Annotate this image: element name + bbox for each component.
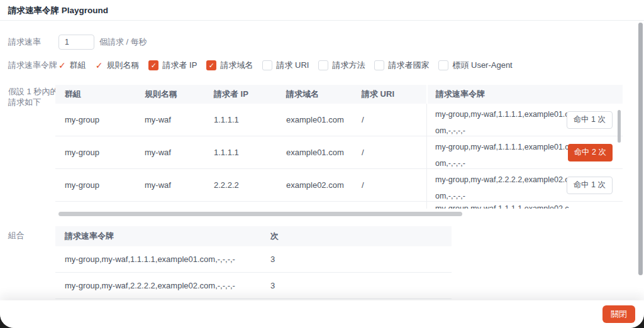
table-row: my-group,my-waf,2.2.2.2,example02.com,-,… xyxy=(55,273,452,299)
table-row: my-group,my-waf,1.1.1.1,example01.com,-,… xyxy=(55,246,452,273)
cell-rule: my-waf xyxy=(145,148,214,157)
page-title: 請求速率令牌 Playground xyxy=(8,0,108,21)
token-options-group: ✓ 群組 ✓ 規則名稱 ✓ 請求者 IP ✓ 請求域名 請求 URI 請求方法 xyxy=(58,60,513,71)
token-value: my-group,my-waf,1.1.1.1,example01.com,-,… xyxy=(435,139,570,172)
checkbox-empty-icon xyxy=(374,60,384,70)
token-column-scrollbar-thumb[interactable] xyxy=(618,110,621,143)
cell-count: 3 xyxy=(270,254,452,264)
hit-count-button[interactable]: 命中 2 次 xyxy=(568,144,613,161)
option-label: 請求方法 xyxy=(332,60,365,71)
token-column-body: my-group,my-waf,1.1.1.1,example01.com,-,… xyxy=(426,104,623,209)
token-options-row: 請求速率令牌 ✓ 群組 ✓ 規則名稱 ✓ 請求者 IP ✓ 請求域名 請求 UR… xyxy=(0,60,644,71)
column-header-domain: 請求域名 xyxy=(286,89,362,100)
cell-ip: 2.2.2.2 xyxy=(214,180,286,190)
token-column: 請求速率令牌 my-group,my-waf,1.1.1.1,example01… xyxy=(426,85,623,209)
combos-table-header: 請求速率令牌 次 xyxy=(55,226,452,246)
check-icon: ✓ xyxy=(96,60,103,70)
requests-table-main: 群組 規則名稱 請求者 IP 請求域名 請求 URI my-group my-w… xyxy=(55,85,426,209)
column-header-ip: 請求者 IP xyxy=(214,89,286,100)
column-header-rule: 規則名稱 xyxy=(145,89,214,100)
rate-input[interactable] xyxy=(58,35,94,50)
close-button[interactable]: 關閉 xyxy=(602,305,635,323)
checkbox-empty-icon xyxy=(438,60,448,70)
option-header-user-agent[interactable]: 標頭 User-Agent xyxy=(438,60,512,71)
cell-rule: my-waf xyxy=(145,180,214,190)
cell-uri: / xyxy=(362,180,426,190)
column-header-token: 請求速率令牌 xyxy=(65,231,270,242)
option-label: 請求 URI xyxy=(276,60,309,71)
option-group[interactable]: ✓ 群組 xyxy=(58,60,86,71)
option-label: 請求者國家 xyxy=(388,60,429,71)
token-row: my-group,my-waf,2.2.2.2,example02.com,-,… xyxy=(427,169,623,202)
playground-dialog: 請求速率令牌 Playground 請求速率 個請求 / 每秒 請求速率令牌 ✓… xyxy=(0,0,644,328)
rate-unit-label: 個請求 / 每秒 xyxy=(99,35,147,50)
option-request-method[interactable]: 請求方法 xyxy=(318,60,365,71)
cell-domain: example01.com xyxy=(286,148,362,157)
combos-section: 組合 請求速率令牌 次 my-group,my-waf,1.1.1.1,exam… xyxy=(0,226,644,300)
requests-section-label: 假設 1 秒內的請求如下 xyxy=(8,86,61,107)
option-rule-name[interactable]: ✓ 規則名稱 xyxy=(96,60,140,71)
token-row: my-group,my-waf,1.1.1.1,example01.com,-,… xyxy=(427,136,623,169)
option-requester-ip[interactable]: ✓ 請求者 IP xyxy=(148,60,197,71)
token-row-clipped: my-group,my-waf,1.1.1.1,example02.c xyxy=(427,202,623,209)
column-header-group: 群組 xyxy=(65,89,145,100)
checkbox-empty-icon xyxy=(318,60,328,70)
rate-row: 請求速率 個請求 / 每秒 xyxy=(0,35,644,50)
option-label: 標頭 User-Agent xyxy=(452,60,512,71)
token-value: my-group,my-waf,2.2.2.2,example02.com,-,… xyxy=(435,172,570,204)
option-label: 請求者 IP xyxy=(162,60,197,71)
hit-count-button[interactable]: 命中 1 次 xyxy=(567,111,613,129)
option-request-uri[interactable]: 請求 URI xyxy=(262,60,309,71)
table-row: my-group my-waf 1.1.1.1 example01.com / xyxy=(55,136,426,169)
cell-uri: / xyxy=(362,148,426,157)
cell-uri: / xyxy=(362,115,426,124)
dialog-footer: 關閉 xyxy=(0,300,644,328)
checkbox-empty-icon xyxy=(262,60,272,70)
column-header-token: 請求速率令牌 xyxy=(426,85,623,104)
requests-section: 假設 1 秒內的請求如下 群組 規則名稱 請求者 IP 請求域名 請求 URI … xyxy=(0,85,644,220)
option-requester-country[interactable]: 請求者國家 xyxy=(374,60,429,71)
cell-group: my-group xyxy=(65,148,145,157)
table-row: my-group my-waf 2.2.2.2 example02.com / xyxy=(55,169,426,202)
token-row: my-group,my-waf,1.1.1.1,example01.com,-,… xyxy=(427,104,623,136)
token-value: my-group,my-waf,1.1.1.1,example02.c xyxy=(435,203,570,209)
option-request-domain[interactable]: ✓ 請求域名 xyxy=(206,60,253,71)
token-options-label: 請求速率令牌 xyxy=(8,60,57,71)
checkbox-checked-icon: ✓ xyxy=(148,60,158,70)
combos-section-label: 組合 xyxy=(8,230,25,241)
rate-label: 請求速率 xyxy=(8,35,41,50)
dialog-scrollbar-thumb[interactable] xyxy=(638,23,643,275)
requests-table-header: 群組 規則名稱 請求者 IP 請求域名 請求 URI xyxy=(55,85,426,104)
cell-domain: example02.com xyxy=(286,180,362,190)
cell-group: my-group xyxy=(65,115,145,124)
cell-group: my-group xyxy=(65,180,145,190)
cell-count: 3 xyxy=(270,281,452,290)
table-row: my-group my-waf 1.1.1.1 example01.com / xyxy=(55,104,426,136)
combos-table: 請求速率令牌 次 my-group,my-waf,1.1.1.1,example… xyxy=(55,226,452,299)
column-header-uri: 請求 URI xyxy=(362,89,426,100)
option-label: 請求域名 xyxy=(220,60,253,71)
requests-table: 群組 規則名稱 請求者 IP 請求域名 請求 URI my-group my-w… xyxy=(55,85,623,209)
checkbox-checked-icon: ✓ xyxy=(206,60,216,70)
cell-domain: example01.com xyxy=(286,115,362,124)
cell-rule: my-waf xyxy=(145,115,214,124)
option-label: 規則名稱 xyxy=(106,60,139,71)
cell-token: my-group,my-waf,1.1.1.1,example01.com,-,… xyxy=(65,254,270,264)
option-label: 群組 xyxy=(70,60,86,71)
cell-token: my-group,my-waf,2.2.2.2,example02.com,-,… xyxy=(65,281,270,290)
horizontal-scrollbar-thumb[interactable] xyxy=(58,212,462,216)
cell-ip: 1.1.1.1 xyxy=(214,115,286,124)
column-header-count: 次 xyxy=(270,231,452,242)
hit-count-button[interactable]: 命中 1 次 xyxy=(567,177,613,194)
dialog-header: 請求速率令牌 Playground xyxy=(0,0,644,21)
token-value: my-group,my-waf,1.1.1.1,example01.com,-,… xyxy=(435,106,570,139)
cell-ip: 1.1.1.1 xyxy=(214,148,286,157)
check-icon: ✓ xyxy=(58,60,66,70)
